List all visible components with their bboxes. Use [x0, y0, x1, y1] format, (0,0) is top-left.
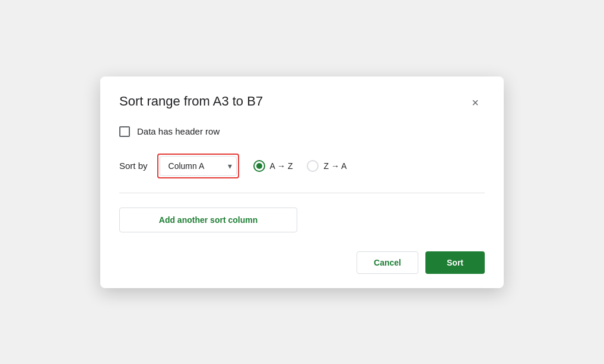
sort-range-dialog: Sort range from A3 to B7 × Data has head…: [100, 76, 504, 288]
radio-label-za: Z → A: [323, 161, 346, 171]
close-button[interactable]: ×: [466, 93, 485, 112]
cancel-button[interactable]: Cancel: [357, 251, 418, 274]
header-row-checkbox[interactable]: [119, 126, 130, 137]
add-sort-column-button[interactable]: Add another sort column: [119, 207, 297, 232]
radio-inner-az: [256, 163, 262, 169]
sort-by-label: Sort by: [119, 161, 148, 171]
divider: [119, 193, 485, 193]
sort-button[interactable]: Sort: [425, 251, 485, 274]
header-row-section: Data has header row: [119, 126, 485, 137]
column-select-wrapper: Column A Column B ▾: [157, 154, 239, 178]
radio-group: A → Z Z → A: [253, 160, 347, 172]
radio-option-za[interactable]: Z → A: [307, 160, 346, 172]
radio-option-az[interactable]: A → Z: [253, 160, 293, 172]
radio-label-az: A → Z: [270, 161, 293, 171]
dialog-header: Sort range from A3 to B7 ×: [119, 93, 485, 112]
header-row-label: Data has header row: [137, 126, 220, 136]
sort-by-row: Sort by Column A Column B ▾ A → Z Z → A: [119, 154, 485, 178]
dialog-footer: Cancel Sort: [119, 251, 485, 274]
radio-circle-za: [307, 160, 319, 172]
dialog-title: Sort range from A3 to B7: [119, 93, 263, 110]
radio-circle-az: [253, 160, 265, 172]
column-select[interactable]: Column A Column B: [160, 156, 237, 176]
